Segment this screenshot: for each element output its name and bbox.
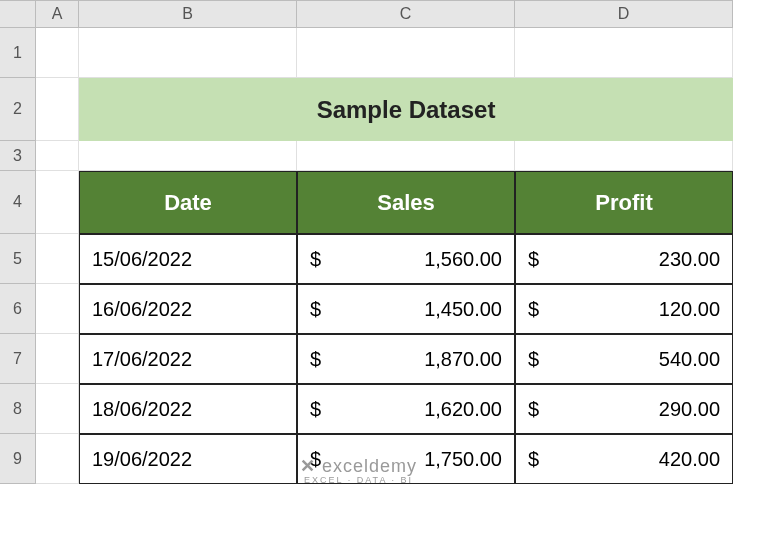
cell-profit-4-value: 420.00 [659, 448, 720, 471]
cell-A1[interactable] [36, 28, 79, 78]
cell-profit-3-value: 290.00 [659, 398, 720, 421]
cell-profit-3[interactable]: $290.00 [515, 384, 733, 434]
spreadsheet-grid[interactable]: A B C D 1 2 Sample Dataset 3 4 Date Sale… [0, 0, 767, 484]
cell-date-4[interactable]: 19/06/2022 [79, 434, 297, 484]
title-cell[interactable]: Sample Dataset [79, 78, 733, 141]
cell-A2[interactable] [36, 78, 79, 141]
cell-A9[interactable] [36, 434, 79, 484]
cell-A8[interactable] [36, 384, 79, 434]
cell-profit-0-value: 230.00 [659, 248, 720, 271]
currency-symbol: $ [528, 348, 539, 371]
row-header-7[interactable]: 7 [0, 334, 36, 384]
currency-symbol: $ [528, 248, 539, 271]
cell-sales-1[interactable]: $1,450.00 [297, 284, 515, 334]
cell-sales-2[interactable]: $1,870.00 [297, 334, 515, 384]
cell-profit-1[interactable]: $120.00 [515, 284, 733, 334]
cell-sales-0-value: 1,560.00 [424, 248, 502, 271]
cell-A3[interactable] [36, 141, 79, 171]
row-header-4[interactable]: 4 [0, 171, 36, 234]
cell-date-1[interactable]: 16/06/2022 [79, 284, 297, 334]
cell-profit-2-value: 540.00 [659, 348, 720, 371]
cell-sales-3[interactable]: $1,620.00 [297, 384, 515, 434]
cell-profit-2[interactable]: $540.00 [515, 334, 733, 384]
currency-symbol: $ [310, 298, 321, 321]
cell-sales-4[interactable]: $1,750.00 [297, 434, 515, 484]
currency-symbol: $ [310, 448, 321, 471]
currency-symbol: $ [310, 248, 321, 271]
table-header-sales[interactable]: Sales [297, 171, 515, 234]
col-header-A[interactable]: A [36, 0, 79, 28]
cell-A6[interactable] [36, 284, 79, 334]
col-header-B[interactable]: B [79, 0, 297, 28]
cell-date-0[interactable]: 15/06/2022 [79, 234, 297, 284]
select-all-corner[interactable] [0, 0, 36, 28]
cell-B3[interactable] [79, 141, 297, 171]
row-header-9[interactable]: 9 [0, 434, 36, 484]
row-header-1[interactable]: 1 [0, 28, 36, 78]
currency-symbol: $ [528, 448, 539, 471]
cell-C3[interactable] [297, 141, 515, 171]
table-header-date[interactable]: Date [79, 171, 297, 234]
col-header-C[interactable]: C [297, 0, 515, 28]
cell-C1[interactable] [297, 28, 515, 78]
cell-profit-4[interactable]: $420.00 [515, 434, 733, 484]
cell-sales-0[interactable]: $1,560.00 [297, 234, 515, 284]
cell-sales-1-value: 1,450.00 [424, 298, 502, 321]
row-header-6[interactable]: 6 [0, 284, 36, 334]
cell-D1[interactable] [515, 28, 733, 78]
cell-sales-3-value: 1,620.00 [424, 398, 502, 421]
table-header-profit[interactable]: Profit [515, 171, 733, 234]
currency-symbol: $ [310, 348, 321, 371]
cell-profit-0[interactable]: $230.00 [515, 234, 733, 284]
row-header-5[interactable]: 5 [0, 234, 36, 284]
cell-sales-2-value: 1,870.00 [424, 348, 502, 371]
currency-symbol: $ [528, 398, 539, 421]
cell-D3[interactable] [515, 141, 733, 171]
cell-A5[interactable] [36, 234, 79, 284]
cell-profit-1-value: 120.00 [659, 298, 720, 321]
cell-A4[interactable] [36, 171, 79, 234]
cell-sales-4-value: 1,750.00 [424, 448, 502, 471]
col-header-D[interactable]: D [515, 0, 733, 28]
cell-A7[interactable] [36, 334, 79, 384]
row-header-3[interactable]: 3 [0, 141, 36, 171]
row-header-2[interactable]: 2 [0, 78, 36, 141]
currency-symbol: $ [528, 298, 539, 321]
cell-date-2[interactable]: 17/06/2022 [79, 334, 297, 384]
row-header-8[interactable]: 8 [0, 384, 36, 434]
currency-symbol: $ [310, 398, 321, 421]
cell-date-3[interactable]: 18/06/2022 [79, 384, 297, 434]
cell-B1[interactable] [79, 28, 297, 78]
